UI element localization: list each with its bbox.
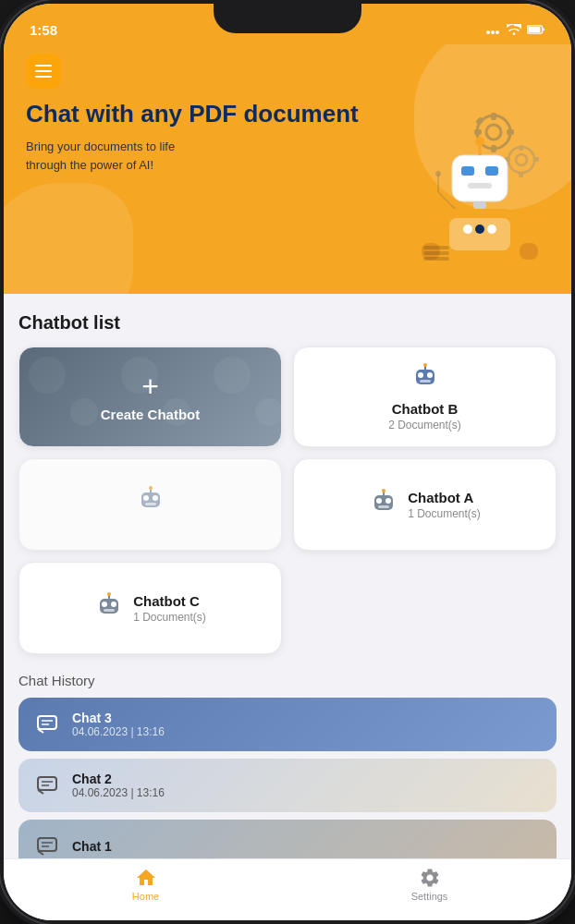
svg-point-32 [487, 225, 496, 234]
chat-3-name: Chat 3 [72, 711, 542, 725]
chat-history-title: Chat History [18, 673, 557, 688]
svg-point-47 [143, 495, 149, 501]
svg-point-59 [102, 602, 107, 607]
chat-3-date: 04.06.2023 | 13:16 [72, 725, 542, 738]
signal-icon [486, 25, 501, 34]
chat-1-name: Chat 1 [72, 839, 542, 854]
svg-point-30 [463, 225, 472, 234]
svg-point-26 [475, 137, 484, 146]
chatbot-a-info: Chatbot A 1 Document(s) [408, 490, 481, 520]
chatbot-a-row: Chatbot A 1 Document(s) [369, 488, 481, 521]
svg-point-45 [423, 363, 427, 367]
menu-line-3 [35, 76, 52, 78]
chatbot-card-a[interactable]: Chatbot A 1 Document(s) [293, 458, 557, 551]
chatbot-c-name: Chatbot C [133, 593, 206, 609]
wifi-icon [507, 24, 521, 35]
hero-text: Chat with any PDF document Bring your do… [26, 100, 401, 174]
settings-icon [419, 867, 441, 889]
menu-line-2 [35, 70, 52, 72]
svg-rect-14 [519, 145, 523, 151]
svg-rect-38 [423, 251, 449, 255]
svg-rect-15 [519, 172, 523, 177]
robot-illustration [401, 100, 549, 266]
svg-rect-4 [528, 27, 540, 32]
chat-2-date: 04.06.2023 | 13:16 [72, 786, 542, 799]
bot-icon-c [94, 591, 124, 625]
hero-subtitle: Bring your documents to life through the… [26, 138, 211, 174]
menu-line-1 [35, 65, 52, 67]
chat-3-info: Chat 3 04.06.2023 | 13:16 [72, 711, 542, 738]
svg-rect-55 [378, 505, 389, 508]
svg-rect-8 [491, 145, 496, 152]
nav-settings[interactable]: Settings [393, 867, 467, 902]
svg-rect-61 [104, 609, 115, 612]
chat-item-1[interactable]: Chat 1 [18, 820, 557, 858]
svg-rect-22 [461, 166, 474, 176]
svg-rect-39 [423, 257, 449, 261]
status-bar: 1:58 [4, 4, 571, 44]
svg-point-0 [486, 30, 490, 34]
phone-screen: 1:58 [4, 4, 571, 920]
robot-svg [401, 100, 549, 266]
svg-rect-27 [473, 201, 486, 209]
bot-icon-extra [136, 485, 165, 518]
hero-section: Chat with any PDF document Bring your do… [4, 44, 571, 294]
svg-rect-21 [452, 155, 508, 201]
chat-msg-icon-2 [33, 772, 61, 799]
menu-button[interactable] [26, 54, 61, 89]
phone-frame: 1:58 [0, 0, 575, 924]
chatbot-grid: + Create Chatbot [18, 346, 557, 654]
bot-icon-a [369, 488, 398, 521]
svg-point-2 [495, 30, 499, 34]
chatbot-card-b[interactable]: Chatbot B 2 Document(s) [293, 346, 557, 447]
svg-rect-24 [468, 183, 492, 188]
chat-item-3[interactable]: Chat 3 04.06.2023 | 13:16 [18, 698, 557, 751]
chatbot-c-row: Chatbot C 1 Document(s) [94, 591, 206, 625]
hero-content: Chat with any PDF document Bring your do… [26, 100, 549, 266]
chatbot-b-docs: 2 Document(s) [388, 419, 461, 432]
svg-rect-36 [520, 243, 538, 260]
svg-point-51 [149, 486, 153, 490]
chatbot-c-docs: 1 Document(s) [133, 611, 206, 624]
bot-icon-b [410, 362, 440, 395]
create-chatbot-label: Create Chatbot [101, 407, 201, 422]
svg-point-54 [385, 498, 391, 504]
svg-point-63 [107, 592, 111, 596]
svg-point-53 [376, 498, 382, 504]
svg-rect-64 [38, 716, 56, 729]
bottom-nav: Home Settings [4, 858, 571, 920]
svg-rect-17 [533, 157, 539, 162]
svg-point-57 [382, 489, 385, 492]
chatbot-card-extra[interactable] [18, 458, 282, 551]
svg-rect-72 [38, 838, 56, 851]
chatbot-c-info: Chatbot C 1 Document(s) [133, 593, 206, 624]
status-icons [486, 24, 545, 35]
svg-rect-29 [449, 218, 510, 250]
svg-point-6 [486, 125, 501, 140]
status-time: 1:58 [30, 22, 57, 38]
main-content: Chatbot list + Create Chatbot [4, 294, 571, 858]
chatbot-a-docs: 1 Document(s) [408, 507, 481, 520]
chatbot-card-c[interactable]: Chatbot C 1 Document(s) [18, 562, 282, 654]
battery-icon [527, 24, 545, 35]
svg-point-60 [111, 602, 116, 607]
chatbot-a-name: Chatbot A [408, 490, 481, 505]
chat-2-info: Chat 2 04.06.2023 | 13:16 [72, 772, 542, 799]
create-chatbot-card[interactable]: + Create Chatbot [18, 346, 282, 447]
svg-rect-43 [420, 380, 431, 383]
chatbot-section-title: Chatbot list [18, 312, 557, 334]
svg-rect-10 [507, 129, 514, 135]
svg-rect-7 [491, 113, 496, 120]
svg-point-12 [508, 147, 534, 173]
home-icon [135, 867, 157, 889]
chat-1-info: Chat 1 [72, 839, 542, 854]
svg-point-13 [516, 154, 527, 165]
chat-msg-icon-3 [33, 711, 61, 738]
svg-point-20 [435, 171, 441, 176]
svg-rect-23 [485, 166, 498, 176]
svg-rect-9 [474, 129, 482, 135]
chat-item-2[interactable]: Chat 2 04.06.2023 | 13:16 [18, 759, 557, 812]
svg-point-48 [153, 495, 158, 501]
create-plus-icon: + [141, 371, 159, 401]
nav-home[interactable]: Home [109, 867, 183, 902]
